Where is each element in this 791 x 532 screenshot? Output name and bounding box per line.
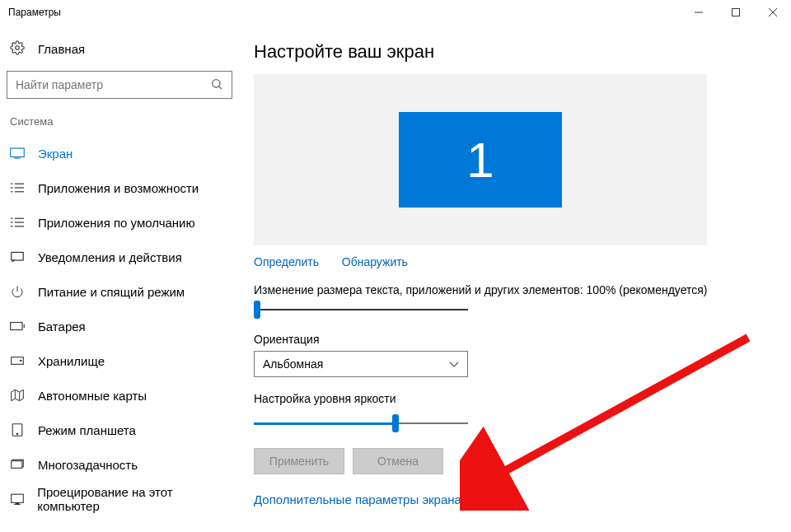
power-icon bbox=[10, 285, 25, 298]
notifications-icon bbox=[10, 251, 25, 263]
sidebar-item-maps[interactable]: Автономные карты bbox=[7, 378, 232, 413]
svg-line-6 bbox=[219, 86, 222, 88]
svg-marker-27 bbox=[12, 390, 24, 400]
sidebar-item-label: Многозадачность bbox=[38, 458, 138, 472]
sidebar-item-default-apps[interactable]: Приложения по умолчанию bbox=[7, 205, 232, 240]
orientation-label: Ориентация bbox=[254, 333, 776, 346]
scale-label: Изменение размера текста, приложений и д… bbox=[254, 283, 776, 296]
window-titlebar: Параметры bbox=[0, 0, 791, 25]
sidebar-item-power[interactable]: Питание и спящий режим bbox=[7, 274, 232, 309]
brightness-slider[interactable] bbox=[254, 415, 468, 432]
orientation-value: Альбомная bbox=[263, 357, 323, 371]
brightness-label: Настройка уровня яркости bbox=[254, 392, 776, 405]
svg-point-31 bbox=[16, 433, 17, 434]
advanced-display-link[interactable]: Дополнительные параметры экрана bbox=[254, 492, 461, 506]
sidebar-item-storage[interactable]: Хранилище bbox=[7, 343, 232, 378]
svg-rect-21 bbox=[12, 252, 23, 260]
sidebar-item-label: Уведомления и действия bbox=[38, 250, 182, 264]
sidebar-item-label: Приложения по умолчанию bbox=[38, 216, 195, 230]
main-content: Настройте ваш экран 1 Определить Обнаруж… bbox=[239, 25, 791, 532]
sidebar-item-label: Приложения и возможности bbox=[38, 181, 199, 195]
battery-icon bbox=[10, 321, 25, 331]
window-controls bbox=[680, 0, 791, 25]
search-box[interactable] bbox=[7, 71, 232, 99]
svg-point-4 bbox=[16, 46, 20, 50]
identify-link[interactable]: Определить bbox=[254, 255, 319, 268]
sidebar-item-label: Экран bbox=[38, 147, 73, 161]
category-label: Система bbox=[7, 112, 232, 136]
window-close-button[interactable] bbox=[754, 0, 791, 25]
sidebar-item-tablet[interactable]: Режим планшета bbox=[7, 413, 232, 447]
sidebar: Главная Система Экран Приложения и возмо… bbox=[0, 25, 239, 532]
display-box[interactable]: 1 bbox=[399, 112, 562, 208]
sidebar-item-notifications[interactable]: Уведомления и действия bbox=[7, 240, 232, 274]
default-apps-icon bbox=[10, 217, 25, 228]
svg-point-5 bbox=[213, 79, 220, 86]
home-nav-item[interactable]: Главная bbox=[7, 37, 232, 71]
slider-thumb[interactable] bbox=[392, 414, 399, 432]
svg-rect-7 bbox=[11, 148, 25, 157]
svg-point-26 bbox=[21, 360, 21, 361]
button-row: Применить Отмена bbox=[254, 448, 776, 474]
detect-link[interactable]: Обнаружить bbox=[342, 255, 408, 268]
sidebar-item-battery[interactable]: Батарея bbox=[7, 309, 232, 343]
sidebar-item-label: Батарея bbox=[38, 320, 86, 334]
window-maximize-button[interactable] bbox=[717, 0, 754, 25]
storage-icon bbox=[10, 356, 25, 366]
slider-thumb[interactable] bbox=[254, 301, 260, 319]
list-icon bbox=[10, 182, 25, 194]
cancel-button[interactable]: Отмена bbox=[353, 448, 443, 474]
maps-icon bbox=[10, 389, 25, 402]
chevron-down-icon bbox=[449, 357, 459, 371]
tablet-icon bbox=[10, 423, 25, 436]
svg-rect-23 bbox=[11, 323, 22, 330]
sidebar-item-multitasking[interactable]: Многозадачность bbox=[7, 447, 232, 482]
apply-button[interactable]: Применить bbox=[254, 448, 344, 474]
sidebar-item-projecting[interactable]: Проецирование на этот компьютер bbox=[7, 482, 232, 516]
page-title: Настройте ваш экран bbox=[254, 41, 776, 63]
orientation-select[interactable]: Альбомная bbox=[254, 351, 468, 377]
display-preview: 1 bbox=[254, 74, 707, 245]
multitasking-icon bbox=[10, 459, 25, 470]
projecting-icon bbox=[10, 493, 24, 505]
home-label: Главная bbox=[38, 42, 85, 56]
window-title: Параметры bbox=[8, 7, 61, 18]
sidebar-item-display[interactable]: Экран bbox=[7, 136, 232, 170]
sidebar-item-label: Режим планшета bbox=[38, 423, 136, 437]
sidebar-item-label: Автономные карты bbox=[38, 389, 147, 403]
search-input[interactable] bbox=[16, 72, 210, 98]
svg-rect-1 bbox=[732, 9, 739, 16]
svg-rect-34 bbox=[11, 494, 23, 502]
display-actions: Определить Обнаружить bbox=[254, 255, 776, 268]
gear-icon bbox=[10, 40, 25, 58]
search-icon bbox=[210, 77, 223, 93]
sidebar-item-label: Проецирование на этот компьютер bbox=[37, 485, 229, 513]
display-number: 1 bbox=[466, 132, 494, 189]
sidebar-item-label: Питание и спящий режим bbox=[38, 285, 185, 299]
display-icon bbox=[10, 147, 25, 159]
sidebar-item-apps[interactable]: Приложения и возможности bbox=[7, 170, 232, 205]
sidebar-item-label: Хранилище bbox=[38, 354, 105, 368]
window-minimize-button[interactable] bbox=[680, 0, 717, 25]
svg-rect-33 bbox=[12, 461, 22, 469]
scale-slider[interactable] bbox=[254, 301, 468, 318]
